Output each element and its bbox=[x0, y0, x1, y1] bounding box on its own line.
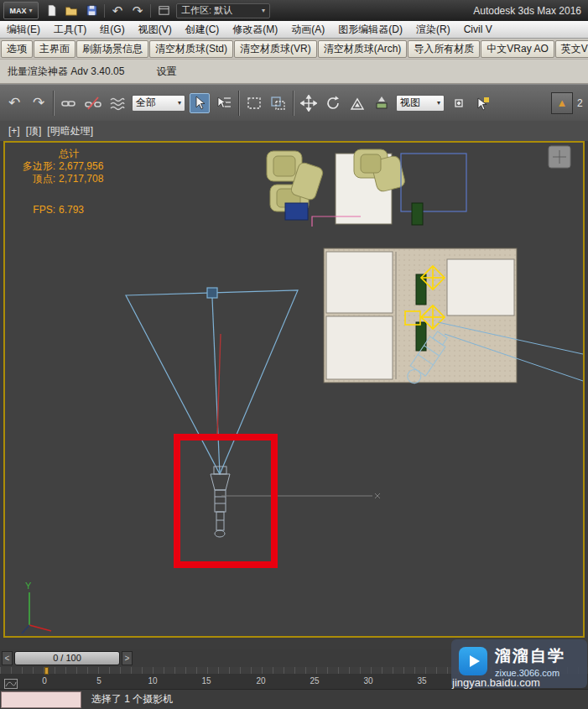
coord-system-value: 视图 bbox=[400, 96, 420, 110]
menu-graph-editors[interactable]: 图形编辑器(D) bbox=[331, 21, 409, 38]
stats-total: 总计 bbox=[59, 148, 79, 160]
menu-modifiers[interactable]: 修改器(M) bbox=[226, 21, 284, 38]
menu-tools[interactable]: 工具(T) bbox=[47, 21, 93, 38]
tick-label: 25 bbox=[310, 676, 319, 686]
toolbar-separator bbox=[293, 91, 294, 116]
viewport-canvas[interactable]: Y bbox=[5, 143, 583, 636]
tick-label: 0 bbox=[42, 676, 47, 686]
blue-selection-outline[interactable] bbox=[401, 154, 466, 211]
construction-line bbox=[221, 493, 380, 498]
toolbar-separator bbox=[238, 91, 240, 116]
select-object-icon[interactable] bbox=[190, 93, 210, 113]
batch-render-title: 批量渲染神器 Adv 3.40.05 bbox=[8, 65, 124, 79]
menu-bar: 编辑(E) 工具(T) 组(G) 视图(V) 创建(C) 修改器(M) 动画(A… bbox=[0, 21, 588, 39]
select-and-place-icon[interactable] bbox=[372, 93, 392, 113]
undo-icon[interactable]: ↶ bbox=[110, 3, 125, 18]
next-frame-button[interactable]: > bbox=[122, 651, 133, 665]
app-title: Autodesk 3ds Max 2016 bbox=[473, 5, 581, 17]
menu-rendering[interactable]: 渲染(R) bbox=[409, 21, 457, 38]
selection-filter-value: 全部 bbox=[136, 96, 156, 110]
frame-indicator: 0 / 100 bbox=[53, 653, 81, 663]
project-folder-icon[interactable] bbox=[156, 3, 171, 18]
use-pivot-center-icon[interactable] bbox=[449, 93, 469, 113]
chevron-down-icon: ▾ bbox=[178, 99, 181, 107]
btn-options[interactable]: 选项 bbox=[1, 40, 33, 58]
selection-filter-dropdown[interactable]: 全部 ▾ bbox=[132, 95, 185, 112]
mini-curve-editor-icon[interactable] bbox=[4, 677, 18, 687]
redo-icon[interactable]: ↷ bbox=[29, 93, 49, 113]
btn-import-all-materials[interactable]: 导入所有材质 bbox=[408, 40, 480, 58]
save-file-icon[interactable] bbox=[84, 3, 99, 18]
tick-label: 20 bbox=[256, 676, 265, 686]
open-file-icon[interactable] bbox=[64, 3, 79, 18]
maxscript-mini-listener[interactable] bbox=[1, 691, 81, 708]
axis-tripod: Y bbox=[22, 581, 51, 633]
toolbar-separator bbox=[53, 91, 55, 116]
plugin-toolbar: 选项 主界面 刷新场景信息 清空材质球(Std) 清空材质球(VR) 清空材质球… bbox=[0, 39, 588, 59]
previous-frame-button[interactable]: < bbox=[2, 651, 13, 665]
camera-body[interactable] bbox=[211, 467, 230, 537]
workspace-dropdown[interactable]: 工作区: 默认 ▾ bbox=[176, 3, 270, 18]
select-by-name-icon[interactable] bbox=[214, 93, 234, 113]
viewcube-icon[interactable] bbox=[549, 146, 570, 168]
viewport-top[interactable]: 总计 多边形:2,677,956 顶点:2,717,708 FPS:6.793 bbox=[3, 141, 585, 638]
unlink-selection-icon[interactable] bbox=[83, 93, 103, 113]
rectangular-selection-region-icon[interactable] bbox=[244, 93, 264, 113]
menu-edit[interactable]: 编辑(E) bbox=[0, 21, 47, 38]
select-and-move-icon[interactable] bbox=[299, 93, 319, 113]
chevron-down-icon: ▾ bbox=[262, 7, 265, 14]
select-and-manipulate-icon[interactable] bbox=[473, 93, 493, 113]
batch-render-bar: 批量渲染神器 Adv 3.40.05 设置 bbox=[0, 59, 588, 84]
viewport-label-row: [+] [顶] [明暗处理] bbox=[0, 121, 588, 141]
btn-main-ui[interactable]: 主界面 bbox=[34, 40, 75, 58]
snap-toggle-partial[interactable]: 2 bbox=[577, 97, 584, 109]
toolbar-separator bbox=[104, 4, 105, 18]
menu-views[interactable]: 视图(V) bbox=[132, 21, 179, 38]
tick-label: 5 bbox=[96, 676, 101, 686]
btn-clear-material-std[interactable]: 清空材质球(Std) bbox=[149, 40, 233, 58]
btn-clear-material-vr[interactable]: 清空材质球(VR) bbox=[234, 40, 317, 58]
3dsmax-window: MAX ▾ ↶ ↷ 工作区: 默认 ▾ Autodesk 3ds Max 201… bbox=[0, 0, 588, 709]
max-logo: MAX bbox=[9, 7, 26, 15]
stats-verts-value: 2,717,708 bbox=[59, 173, 103, 185]
select-and-link-icon[interactable] bbox=[59, 93, 79, 113]
axis-y-label: Y bbox=[25, 581, 32, 591]
time-slider[interactable]: 0 / 100 bbox=[14, 651, 120, 665]
btn-clear-material-arch[interactable]: 清空材质球(Arch) bbox=[318, 40, 408, 58]
watermark-brand: 溜溜自学 bbox=[495, 647, 565, 665]
btn-refresh-scene-info[interactable]: 刷新场景信息 bbox=[76, 40, 148, 58]
watermark-play-icon bbox=[459, 647, 487, 675]
status-selection-text: 选择了 1 个摄影机 bbox=[91, 692, 173, 706]
redo-icon[interactable]: ↷ bbox=[130, 3, 145, 18]
furniture-chairs-left[interactable] bbox=[267, 151, 324, 220]
viewport-pov-menu[interactable]: [顶] bbox=[26, 124, 42, 138]
select-and-rotate-icon[interactable] bbox=[323, 93, 343, 113]
menu-civil-view[interactable]: Civil V bbox=[457, 21, 499, 38]
menu-group[interactable]: 组(G) bbox=[93, 21, 131, 38]
plant-box[interactable] bbox=[412, 203, 423, 225]
select-and-scale-icon[interactable] bbox=[347, 93, 367, 113]
current-frame-marker[interactable] bbox=[44, 667, 49, 675]
tick-label: 15 bbox=[201, 676, 211, 686]
window-crossing-icon[interactable] bbox=[268, 93, 289, 113]
reference-coordinate-dropdown[interactable]: 视图 ▾ bbox=[396, 95, 445, 112]
up-arrow-icon: ▲ bbox=[557, 96, 568, 109]
btn-cn-vray-ao[interactable]: 中文VRay AO bbox=[481, 40, 554, 58]
viewport-shading-menu[interactable]: [明暗处理] bbox=[47, 124, 93, 138]
new-scene-icon[interactable] bbox=[44, 3, 59, 18]
status-bar: 选择了 1 个摄影机 bbox=[0, 689, 588, 709]
viewport-general-menu[interactable]: [+] bbox=[8, 125, 20, 137]
toolbar-overflow-button[interactable]: ▲ bbox=[551, 92, 573, 114]
stats-verts-label: 顶点: bbox=[13, 173, 55, 185]
chevron-down-icon: ▾ bbox=[29, 7, 32, 14]
undo-icon[interactable]: ↶ bbox=[4, 93, 24, 113]
application-menu-button[interactable]: MAX ▾ bbox=[3, 2, 39, 19]
menu-animation[interactable]: 动画(A) bbox=[284, 21, 331, 38]
workspace-label: 工作区: 默认 bbox=[181, 4, 232, 17]
batch-settings-button[interactable]: 设置 bbox=[156, 65, 176, 79]
tick-label: 30 bbox=[363, 676, 372, 686]
menu-create[interactable]: 创建(C) bbox=[179, 21, 226, 38]
btn-en-vray[interactable]: 英文VRay A bbox=[555, 40, 588, 58]
bind-to-space-warp-icon[interactable] bbox=[107, 93, 127, 113]
stats-fps-value: 6.793 bbox=[59, 204, 84, 216]
